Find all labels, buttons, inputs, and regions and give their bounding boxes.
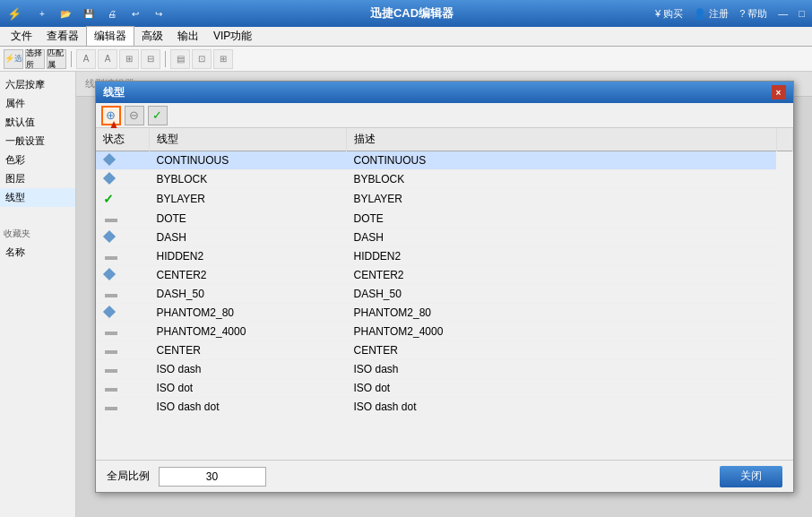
description-cell: CONTINUOUS [347, 151, 777, 170]
table-row[interactable]: DASH_50DASH_50 [96, 285, 793, 304]
register-btn[interactable]: 👤 注册 [694, 7, 729, 21]
sidebar-item-linetype[interactable]: 线型 [0, 188, 75, 207]
undo-btn[interactable]: ↩ [125, 4, 145, 23]
table-row[interactable]: DASHDASH [96, 228, 793, 247]
open-file-btn[interactable]: 📂 [56, 4, 75, 23]
app-titlebar: ⚡ + 📂 💾 🖨 ↩ ↪ 迅捷CAD编辑器 ¥ 购买 👤 注册 ? 帮助 — … [0, 0, 812, 27]
line-icon [105, 388, 117, 392]
table-row[interactable]: ISO dotISO dot [96, 379, 793, 398]
line-icon [105, 350, 117, 354]
redo-btn[interactable]: ↪ [149, 4, 168, 23]
save-btn[interactable]: 💾 [79, 4, 99, 23]
menu-viewer[interactable]: 查看器 [39, 27, 86, 46]
description-cell: CENTER2 [347, 266, 777, 285]
dialog-titlebar: 线型 × [96, 82, 793, 103]
status-cell [96, 170, 150, 189]
linetype-name-cell: DOTE [150, 210, 347, 228]
help-btn[interactable]: ? 帮助 [739, 7, 767, 21]
col-header-linetype: 线型 [150, 128, 347, 151]
linetype-name-cell: PHANTOM2_80 [150, 304, 347, 323]
tb1[interactable]: A [76, 49, 96, 69]
menu-advanced[interactable]: 高级 [134, 27, 170, 46]
sidebar: 六层按摩 属件 默认值 一般设置 色彩 图层 线型 收藏夹 名称 [0, 72, 76, 517]
table-row[interactable]: PHANTOM2_80PHANTOM2_80 [96, 304, 793, 323]
sidebar-item-layers[interactable]: 图层 [0, 169, 75, 188]
new-file-btn[interactable]: + [32, 4, 52, 23]
dialog-toolbar: ⊕ ⊖ ✓ [96, 103, 793, 128]
description-cell: PHANTOM2_80 [347, 304, 777, 323]
status-cell [96, 285, 150, 304]
line-icon [105, 407, 117, 410]
tb5[interactable]: ▤ [170, 49, 190, 69]
top-right-area: ¥ 购买 👤 注册 ? 帮助 — □ [655, 7, 805, 21]
minimize-btn[interactable]: — [778, 8, 788, 19]
menubar: 文件 查看器 编辑器 高级 输出 VIP功能 [0, 27, 812, 47]
sidebar-item-general[interactable]: 一般设置 [0, 132, 75, 151]
print-btn[interactable]: 🖨 [102, 4, 122, 23]
check-mark-icon: ✓ [103, 192, 114, 206]
scale-input[interactable] [159, 467, 266, 487]
linetype-name-cell: BYBLOCK [150, 170, 347, 189]
sidebar-item-properties[interactable]: 属件 [0, 94, 75, 113]
menu-output[interactable]: 输出 [170, 27, 206, 46]
description-cell: DOTE [347, 210, 777, 228]
status-cell [96, 228, 150, 247]
table-row[interactable]: CONTINUOUSCONTINUOUS [96, 151, 793, 170]
linetype-table-container[interactable]: 状态 线型 描述 CONTINUOUSCONTINUOUSBYBLOCKBYBL… [96, 128, 793, 460]
table-row[interactable]: PHANTOM2_4000PHANTOM2_4000 [96, 323, 793, 341]
dialog-linetype: 线型 × ⊕ ⊖ ✓ [95, 81, 794, 493]
match-props-btn[interactable]: 匹配属 [47, 49, 66, 69]
sidebar-item-massager[interactable]: 六层按摩 [0, 75, 75, 94]
table-row[interactable]: HIDDEN2HIDDEN2 [96, 247, 793, 266]
table-row[interactable]: ✓BYLAYERBYLAYER [96, 189, 793, 210]
dialog-close-button[interactable]: × [772, 85, 786, 99]
confirm-btn[interactable]: ✓ [148, 106, 168, 125]
quick-select-btn[interactable]: ⚡选 [4, 49, 23, 69]
linetype-name-cell: ISO dash dot [150, 398, 347, 417]
table-row[interactable]: BYBLOCKBYBLOCK [96, 170, 793, 189]
sidebar-item-name[interactable]: 名称 [0, 243, 75, 262]
menu-file[interactable]: 文件 [4, 27, 39, 46]
tb2[interactable]: A [98, 49, 117, 69]
sidebar-item-bookmarks[interactable]: 收藏夹 [0, 225, 75, 243]
menu-editor[interactable]: 编辑器 [86, 26, 134, 47]
diamond-icon [102, 230, 115, 243]
purchase-btn[interactable]: ¥ 购买 [655, 7, 683, 21]
table-row[interactable]: ISO dashISO dash [96, 360, 793, 379]
diamond-icon [102, 268, 115, 280]
table-row[interactable]: ISO dash dotISO dash dot [96, 398, 793, 417]
linetype-name-cell: ISO dash [150, 360, 347, 379]
table-row[interactable]: DOTEDOTE [96, 210, 793, 228]
status-cell [96, 398, 150, 417]
status-cell [96, 210, 150, 228]
line-icon [105, 256, 117, 260]
tb4[interactable]: ⊟ [141, 49, 160, 69]
linetype-table: 状态 线型 描述 CONTINUOUSCONTINUOUSBYBLOCKBYBL… [96, 128, 793, 417]
tb7[interactable]: ⊞ [213, 49, 233, 69]
table-row[interactable]: CENTERCENTER [96, 341, 793, 360]
linetype-name-cell: DASH_50 [150, 285, 347, 304]
register-icon: 👤 [694, 8, 706, 20]
sidebar-item-defaults[interactable]: 默认值 [0, 113, 75, 132]
delete-linetype-btn[interactable]: ⊖ [125, 106, 144, 125]
tb6[interactable]: ⊡ [192, 49, 212, 69]
description-cell: ISO dash dot [347, 398, 777, 417]
sidebar-item-color[interactable]: 色彩 [0, 151, 75, 169]
delete-icon: ⊖ [129, 108, 139, 122]
maximize-btn[interactable]: □ [799, 8, 805, 19]
dialog-title: 线型 [103, 85, 125, 100]
help-label: 帮助 [747, 7, 767, 21]
select-all-btn[interactable]: 选择所 [25, 49, 45, 69]
toolbar-row: ⚡选 选择所 匹配属 A A ⊞ ⊟ ▤ ⊡ ⊞ [0, 47, 812, 72]
app-logo-icon: ⚡ [7, 7, 22, 21]
table-row[interactable]: CENTER2CENTER2 [96, 266, 793, 285]
description-cell: DASH [347, 228, 777, 247]
close-dialog-btn[interactable]: 关闭 [720, 466, 782, 487]
status-cell [96, 151, 150, 170]
menu-vip[interactable]: VIP功能 [206, 27, 259, 46]
diamond-icon [102, 153, 115, 166]
status-cell [96, 247, 150, 266]
tb3[interactable]: ⊞ [119, 49, 139, 69]
help-icon: ? [739, 8, 745, 19]
linetype-name-cell: CENTER [150, 341, 347, 360]
